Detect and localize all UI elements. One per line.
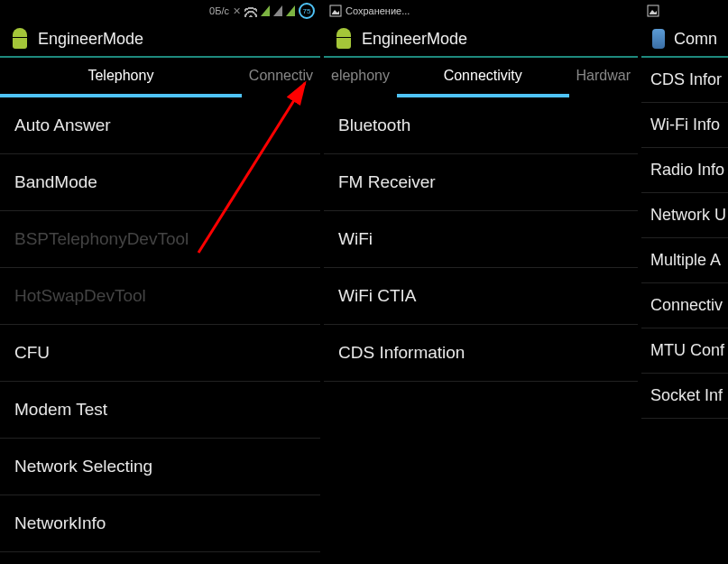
tab-telephony[interactable]: Telephony xyxy=(0,58,242,97)
wifi-icon xyxy=(244,5,257,17)
list-item[interactable]: NetworkInfo xyxy=(0,495,320,552)
list-item[interactable]: Wi-Fi Info xyxy=(641,103,728,148)
android-icon xyxy=(335,28,353,50)
tab-hardware[interactable]: Hardwar xyxy=(569,58,638,97)
list-item[interactable]: CDS Infor xyxy=(641,58,728,103)
list-connectivity: Bluetooth FM Receiver WiFi WiFi CTIA CDS… xyxy=(324,97,638,564)
phone-panel-2: Сохранение... EngineerMode elephony Conn… xyxy=(324,0,638,564)
app-title: EngineerMode xyxy=(362,30,467,49)
image-icon xyxy=(647,5,659,17)
list-item[interactable]: FM Receiver xyxy=(324,154,638,211)
app-title: Comn xyxy=(674,30,717,49)
title-bar: EngineerMode xyxy=(324,22,638,58)
android-icon xyxy=(11,28,29,50)
phone-panel-3: Comn CDS Infor Wi-Fi Info Radio Info Net… xyxy=(641,0,728,564)
list-item[interactable]: Auto Answer xyxy=(0,97,320,154)
list-cds: CDS Infor Wi-Fi Info Radio Info Network … xyxy=(641,58,728,564)
list-item[interactable]: Radio Info xyxy=(641,148,728,193)
app-title: EngineerMode xyxy=(38,30,143,49)
list-item[interactable]: Network U xyxy=(641,193,728,238)
status-bar: 0Б/с ✕ 75 xyxy=(0,0,320,22)
list-item[interactable]: MTU Conf xyxy=(641,328,728,374)
tab-bar: elephony Connectivity Hardwar xyxy=(324,58,638,97)
tab-bar: Telephony Connectiv xyxy=(0,58,320,97)
list-item[interactable]: Multiple A xyxy=(641,238,728,283)
list-item[interactable]: Socket Inf xyxy=(641,374,728,419)
list-item[interactable]: BandMode xyxy=(0,154,320,211)
list-item[interactable]: Connectiv xyxy=(641,283,728,328)
list-item[interactable]: Modem Test xyxy=(0,382,320,439)
tab-telephony[interactable]: elephony xyxy=(324,58,397,97)
mute-icon: ✕ xyxy=(233,5,241,17)
list-item[interactable]: WiFi xyxy=(324,211,638,268)
list-item: BSPTelephonyDevTool xyxy=(0,211,320,268)
app-icon xyxy=(652,29,665,49)
list-item[interactable]: Bluetooth xyxy=(324,97,638,154)
title-bar: Comn xyxy=(641,22,728,58)
tab-connectivity[interactable]: Connectivity xyxy=(397,58,569,97)
tab-connectivity[interactable]: Connectiv xyxy=(242,58,320,97)
signal-icon-3 xyxy=(286,5,295,16)
list-item[interactable]: Network Selecting xyxy=(0,439,320,495)
phone-panel-1: 0Б/с ✕ 75 EngineerMode Telephony Connect… xyxy=(0,0,320,564)
list-telephony: Auto Answer BandMode BSPTelephonyDevTool… xyxy=(0,97,320,564)
title-bar: EngineerMode xyxy=(0,22,320,58)
signal-icon-2 xyxy=(273,5,282,16)
battery-icon: 75 xyxy=(299,3,315,19)
image-icon xyxy=(329,5,342,17)
network-speed: 0Б/с xyxy=(209,5,229,16)
status-bar: Сохранение... xyxy=(324,0,638,22)
list-item[interactable]: WiFi CTIA xyxy=(324,268,638,325)
list-item[interactable]: CFU xyxy=(0,325,320,382)
status-text: Сохранение... xyxy=(346,5,410,16)
list-item: HotSwapDevTool xyxy=(0,268,320,325)
status-bar xyxy=(641,0,728,22)
list-item[interactable]: CDS Information xyxy=(324,325,638,382)
signal-icon-1 xyxy=(261,5,270,16)
